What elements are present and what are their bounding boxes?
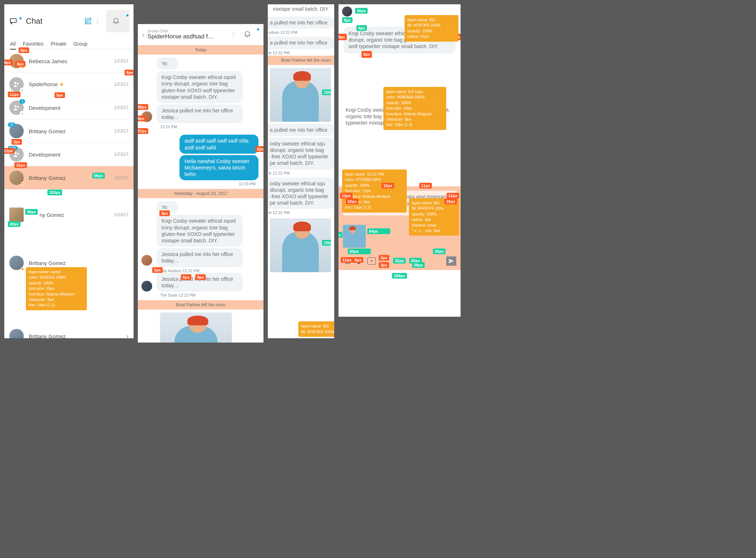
- compose-icon[interactable]: [84, 17, 92, 25]
- send-button[interactable]: [446, 256, 456, 266]
- dot-icon: [257, 28, 259, 31]
- text-fragment: a pulled me into her office: [268, 17, 334, 29]
- back-icon[interactable]: ‹: [142, 31, 145, 39]
- chevron-right-icon[interactable]: ›: [126, 333, 129, 339]
- chat-row[interactable]: 22 Brittany Gomez 1/23/17 3px: [4, 120, 134, 143]
- row-date: 1/23/17: [114, 152, 129, 157]
- more-icon[interactable]: ⋮: [92, 15, 103, 28]
- marker: 8px: [125, 70, 134, 75]
- row-name: Brittany Gomez: [29, 333, 126, 339]
- chat-row[interactable]: ny Gomez 1/23/17 40px 40px: [4, 203, 134, 226]
- marker: 48px: [138, 104, 148, 110]
- chat-row-selected[interactable]: Brittany Gomez 1/23/17 56px: [4, 166, 134, 190]
- system-message: Brad Flahive left the room: [138, 300, 263, 310]
- star-icon: ★: [59, 81, 64, 87]
- chat-row[interactable]: Brittany Gomez ›: [4, 325, 134, 338]
- svg-point-6: [17, 153, 19, 155]
- spec-callout: layer-name: name color: #525253 100% opa…: [26, 267, 87, 310]
- text-fragment: a pulled me into her office: [268, 124, 334, 136]
- spec-callout: layer-name: BG fill: #F0F3F5 100%: [298, 321, 334, 337]
- tab-all[interactable]: All: [10, 41, 16, 50]
- tab-group[interactable]: Group: [74, 41, 88, 49]
- avatar: [9, 329, 24, 338]
- marker: 6px: [181, 274, 191, 280]
- marker: 2px: [152, 267, 163, 273]
- msg-bubble: Yo: [157, 57, 178, 70]
- tab-private[interactable]: Private: [51, 41, 66, 49]
- timestamp: 12:22 PM: [160, 125, 258, 129]
- marker: 11px: [419, 183, 432, 189]
- avatar: [342, 6, 352, 17]
- marker: 8px: [15, 61, 25, 67]
- avatar: [141, 255, 152, 266]
- marker: 11px: [8, 92, 20, 97]
- row-name: Brittany Gomez: [29, 260, 129, 266]
- dot-icon: [19, 17, 22, 19]
- chat-row[interactable]: + Spiderhorse★ 1/23/17 11px 5px: [4, 73, 134, 96]
- row-date: 1/23/17: [114, 129, 129, 134]
- chat-row[interactable]: Rebecca James 1/23/17 8px 8px 8px 8px: [4, 50, 134, 73]
- photo-message[interactable]: 150px: [270, 218, 331, 272]
- row-name: Spiderhorse★: [29, 81, 114, 88]
- msg-group: Yo 3px Kogi Cosby sweater ethical squid …: [138, 198, 263, 300]
- chat-title-text: Chat: [26, 17, 42, 26]
- marker: 31px: [14, 162, 27, 168]
- marker: 37px: [138, 128, 148, 134]
- sender-label: le 12:22 PM: [268, 210, 334, 215]
- compose-toolbar: 11px 8px + 3px 3px 32px 26px 26px: [343, 256, 456, 266]
- marker: 150px: [322, 240, 331, 246]
- marker: 64px: [348, 248, 371, 254]
- chat-row[interactable]: Brittany Gomez layer-name: name color: #…: [4, 251, 134, 274]
- plus-icon: +: [20, 111, 25, 116]
- marker: 6px: [356, 25, 367, 31]
- date-divider: Today: [138, 45, 263, 55]
- bell-wrap[interactable]: [106, 10, 129, 32]
- msg-group-mine: asdf asdf sadf sadf sadf sfda asdf asdf …: [138, 132, 263, 189]
- bell-icon: [112, 17, 120, 24]
- text-fragment: mixtape small batch. DIY.: [268, 4, 334, 15]
- row-name: Development: [29, 152, 114, 158]
- gc-header: ‹ Group Chat SpiderHorse asdfsad f… ⋮: [138, 24, 263, 45]
- spec-callout: layer-name: 12:22 PM color: #7C8390 69% …: [342, 169, 407, 213]
- msg-bubble: Jessica pulled me into her office today…: [157, 104, 243, 123]
- bell-icon[interactable]: [243, 30, 251, 38]
- photo-message[interactable]: 150px: [270, 68, 331, 122]
- msg-group: Yo Kogi Cosby sweater ethical squid iron…: [138, 55, 263, 132]
- chat-row[interactable]: 1 + Development 1/23/17: [4, 96, 134, 120]
- badge: 1: [19, 99, 25, 104]
- marker: 6px: [342, 17, 353, 23]
- marker: 3px: [379, 255, 389, 261]
- row-name: Rebecca James: [29, 58, 114, 64]
- chat-row[interactable]: 999 Development 1/23/17 22px 31px: [4, 143, 134, 166]
- gc-title: SpiderHorse asdfsad f…: [148, 33, 228, 40]
- video-icon[interactable]: +: [367, 257, 376, 265]
- marker: 8px: [138, 116, 146, 121]
- marker: 8px: [339, 34, 347, 40]
- more-icon[interactable]: ⋮: [228, 28, 239, 41]
- marker: 3px: [11, 139, 22, 145]
- msg-bubble-mine: Hella narwhal Cosby sweater McSweeney's,…: [179, 155, 258, 181]
- marker: 8px: [353, 257, 363, 263]
- attachment-thumb[interactable]: [343, 225, 366, 248]
- row-name: ny Gomez: [39, 212, 114, 218]
- marker: 28px: [412, 262, 425, 268]
- row-date: 1/23/17: [114, 59, 129, 64]
- group-chat-panel: ‹ Group Chat SpiderHorse asdfsad f… ⋮ To…: [138, 24, 263, 343]
- msg-bubble: Jessica pulled me into her office today…: [157, 248, 243, 267]
- marker: 64px: [367, 228, 390, 234]
- chat-fragment-panel: mixtape small batch. DIY. a pulled me in…: [268, 4, 334, 338]
- text-fragment: osby sweater ethical squ disrupt, organi…: [268, 177, 334, 209]
- system-message: Brad Flahive left the room: [268, 56, 334, 65]
- marker: 40px: [25, 209, 38, 215]
- marker: 6px: [361, 51, 372, 57]
- chat-icon: [9, 17, 18, 25]
- chat-list-panel: Chat ⋮ All Favorites Private Group Rebec…: [4, 4, 134, 338]
- marker: 8px: [19, 47, 29, 53]
- marker: 16px: [346, 199, 358, 204]
- marker: 9px: [195, 274, 206, 280]
- photo-message[interactable]: [160, 312, 232, 343]
- dot-icon: [126, 14, 129, 17]
- chat-detail-panel: 30px 6px 6px Kogi Cosby sweater ethical …: [339, 4, 461, 317]
- marker: 3px: [379, 262, 389, 268]
- sender-label: nda Hudson 12:22 PM: [160, 269, 258, 273]
